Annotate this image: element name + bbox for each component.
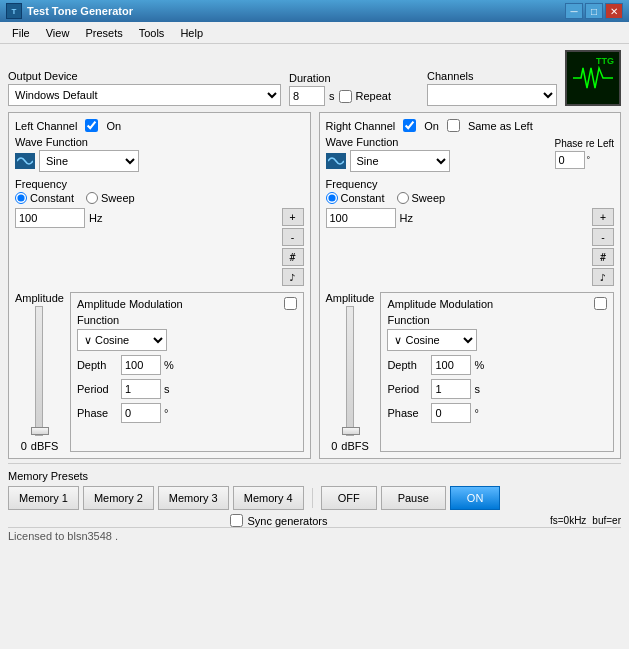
left-function-label: Function (77, 314, 297, 326)
memory-buttons-row: Memory 1 Memory 2 Memory 3 Memory 4 OFF … (8, 486, 621, 510)
right-freq-input-row: Hz (326, 208, 589, 228)
duration-section: Duration 8 s Repeat (289, 72, 419, 106)
right-amplitude-slider[interactable] (346, 306, 354, 436)
on-button[interactable]: ON (450, 486, 501, 510)
right-phase-row: Phase ° (387, 403, 607, 423)
left-freq-input[interactable] (15, 208, 85, 228)
app-icon: T (6, 3, 22, 19)
window-controls: ─ □ ✕ (565, 3, 623, 19)
close-button[interactable]: ✕ (605, 3, 623, 19)
right-amp-mod-checkbox[interactable] (594, 297, 607, 310)
left-wave-select[interactable]: Sine (39, 150, 139, 172)
left-period-row: Period s (77, 379, 297, 399)
right-amp-dbfs: 0 dBFS (331, 440, 369, 452)
status-bar: Licensed to blsn3548 . (8, 527, 621, 542)
left-freq-minus-button[interactable]: - (282, 228, 304, 246)
left-freq-hash-button[interactable]: # (282, 248, 304, 266)
right-wave-select[interactable]: Sine (350, 150, 450, 172)
licensed-label: Licensed to blsn3548 . (8, 530, 118, 542)
right-depth-row: Depth % (387, 355, 607, 375)
window-title: Test Tone Generator (27, 5, 565, 17)
channels-label: Channels (427, 70, 557, 82)
right-freq-note-button[interactable]: ♪ (592, 268, 614, 286)
menu-help[interactable]: Help (172, 25, 211, 41)
left-phase-input[interactable] (121, 403, 161, 423)
channels-select[interactable] (427, 84, 557, 106)
left-constant-radio[interactable] (15, 192, 27, 204)
pause-button[interactable]: Pause (381, 486, 446, 510)
right-period-input[interactable] (431, 379, 471, 399)
memory2-button[interactable]: Memory 2 (83, 486, 154, 510)
right-channel-panel: Right Channel On Same as Left Wave Funct… (319, 112, 622, 459)
left-amp-mod-box: Amplitude Modulation Function ∨ Cosine D… (70, 292, 304, 452)
channels-section: Channels (427, 70, 557, 106)
memory3-button[interactable]: Memory 3 (158, 486, 229, 510)
left-period-input[interactable] (121, 379, 161, 399)
right-wave-phase-row: Wave Function Sine Phase re Left (326, 136, 615, 178)
duration-input[interactable]: 8 (289, 86, 325, 106)
left-amplitude-slider[interactable] (35, 306, 43, 436)
right-freq-input[interactable] (326, 208, 396, 228)
right-channel-on-checkbox[interactable] (403, 119, 416, 132)
left-mod-select[interactable]: ∨ Cosine (77, 329, 167, 351)
minimize-button[interactable]: ─ (565, 3, 583, 19)
menu-presets[interactable]: Presets (77, 25, 130, 41)
right-constant-radio[interactable] (326, 192, 338, 204)
bottom-bar: Sync generators fs=0kHz buf=er (8, 514, 621, 527)
ttg-waveform (573, 63, 613, 93)
right-wave-function-label: Wave Function (326, 136, 551, 148)
same-as-left-checkbox[interactable] (447, 119, 460, 132)
right-amp-mod-box: Amplitude Modulation Function ∨ Cosine D… (380, 292, 614, 452)
fs-buf-row: fs=0kHz buf=er (550, 515, 621, 526)
phase-re-left-input[interactable] (555, 151, 585, 169)
right-phase-input[interactable] (431, 403, 471, 423)
menu-view[interactable]: View (38, 25, 78, 41)
right-channel-title: Right Channel On Same as Left (326, 119, 615, 132)
right-freq-plus-button[interactable]: + (592, 208, 614, 226)
left-freq-buttons: + - # ♪ (282, 208, 304, 286)
left-channel-on-checkbox[interactable] (85, 119, 98, 132)
left-amp-dbfs: 0 dBFS (21, 440, 59, 452)
right-depth-input[interactable] (431, 355, 471, 375)
separator1 (312, 488, 313, 508)
right-mod-select[interactable]: ∨ Cosine (387, 329, 477, 351)
duration-label: Duration (289, 72, 419, 84)
memory4-button[interactable]: Memory 4 (233, 486, 304, 510)
left-amp-mod-checkbox[interactable] (284, 297, 297, 310)
menu-tools[interactable]: Tools (131, 25, 173, 41)
left-freq-note-button[interactable]: ♪ (282, 268, 304, 286)
left-freq-plus-button[interactable]: + (282, 208, 304, 226)
main-content: Output Device Windows Default Duration 8… (0, 44, 629, 548)
right-freq-minus-button[interactable]: - (592, 228, 614, 246)
left-freq-input-row: Hz (15, 208, 278, 228)
output-device-label: Output Device (8, 70, 281, 82)
right-freq-hash-button[interactable]: # (592, 248, 614, 266)
off-button[interactable]: OFF (321, 486, 377, 510)
left-wave-function-row: Sine (15, 150, 304, 172)
left-wave-function-label: Wave Function (15, 136, 304, 148)
left-sweep-radio[interactable] (86, 192, 98, 204)
left-phase-row: Phase ° (77, 403, 297, 423)
right-wave-icon (326, 153, 346, 169)
title-bar: T Test Tone Generator ─ □ ✕ (0, 0, 629, 22)
sync-generators-checkbox[interactable] (230, 514, 243, 527)
repeat-label: Repeat (356, 90, 391, 102)
left-amp-mod-header: Amplitude Modulation (77, 297, 297, 310)
right-mod-function-row: ∨ Cosine (387, 329, 607, 351)
menu-file[interactable]: File (4, 25, 38, 41)
sync-generators-row: Sync generators (230, 514, 327, 527)
output-device-select[interactable]: Windows Default (8, 84, 281, 106)
right-function-label: Function (387, 314, 607, 326)
maximize-button[interactable]: □ (585, 3, 603, 19)
right-amp-mod-header: Amplitude Modulation (387, 297, 607, 310)
left-depth-input[interactable] (121, 355, 161, 375)
duration-unit: s (329, 90, 335, 102)
left-channel-title: Left Channel On (15, 119, 304, 132)
right-period-row: Period s (387, 379, 607, 399)
right-sweep-radio[interactable] (397, 192, 409, 204)
memory-presets-section: Memory Presets Memory 1 Memory 2 Memory … (8, 463, 621, 510)
left-frequency-label: Frequency (15, 178, 304, 190)
repeat-checkbox[interactable] (339, 90, 352, 103)
left-freq-type-row: Constant Sweep (15, 192, 304, 204)
memory1-button[interactable]: Memory 1 (8, 486, 79, 510)
